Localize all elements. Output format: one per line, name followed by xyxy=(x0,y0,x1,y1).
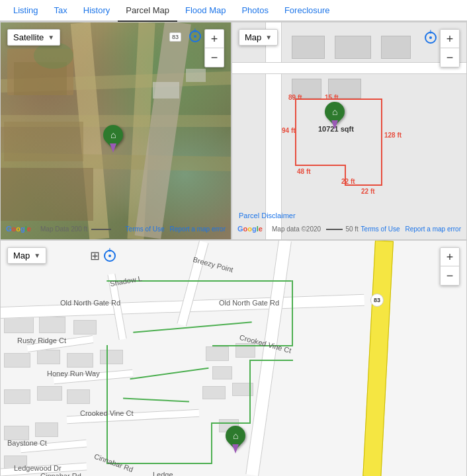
measure-top: 15 ft xyxy=(325,94,339,101)
satellite-zoom-in[interactable]: + xyxy=(205,30,224,48)
flood-dropdown-arrow: ▼ xyxy=(34,252,40,259)
satellite-terms-link[interactable]: Terms of Use xyxy=(126,225,165,233)
parcel-type-label: Map xyxy=(245,32,261,42)
flood-map[interactable]: 83 Old North Gate Rd Old North Gate Rd R… xyxy=(0,240,467,476)
tab-photos[interactable]: Photos xyxy=(234,0,276,22)
parcel-type-selector[interactable]: Map ▼ xyxy=(239,29,278,46)
flood-street-old-north-gate-2: Old North Gate Rd xyxy=(219,299,279,307)
flood-street-baystone: Baystone Ct xyxy=(7,439,47,447)
navigation-tabs: Listing Tax History Parcel Map Flood Map… xyxy=(0,0,467,22)
tab-flood-map[interactable]: Flood Map xyxy=(177,0,234,22)
tab-parcel-map[interactable]: Parcel Map xyxy=(118,0,177,22)
measure-bottom-left: 48 ft xyxy=(297,168,311,175)
flood-type-selector[interactable]: Map ▼ xyxy=(7,247,46,264)
measure-left: 94 ft xyxy=(282,127,296,134)
parcel-map-data: Map data ©2020 50 ft xyxy=(272,225,359,233)
tab-foreclosure[interactable]: Foreclosure xyxy=(276,0,338,22)
measure-bottom-right: 22 ft xyxy=(361,188,375,195)
flood-gps-icon[interactable] xyxy=(104,250,116,262)
measure-width: 89 ft xyxy=(288,94,302,101)
maps-top-row: 83 Satellite ▼ + − ⌂ xyxy=(0,22,467,240)
satellite-zoom-out[interactable]: − xyxy=(205,48,224,67)
maps-container: 83 Satellite ▼ + − ⌂ xyxy=(0,22,467,476)
parcel-terms-link[interactable]: Terms of Use xyxy=(361,225,400,233)
parcel-google-attr: Google xyxy=(237,225,263,233)
parcel-google-logo: Google xyxy=(237,225,263,233)
satellite-google-logo: Google xyxy=(6,225,31,233)
parcel-zoom-out[interactable]: − xyxy=(441,48,459,67)
satellite-property-marker: ⌂ xyxy=(103,125,123,153)
satellite-report-link[interactable]: Report a map error xyxy=(170,225,226,233)
flood-street-crooked-vine: Crooked Vine Ct xyxy=(80,409,134,417)
tab-history[interactable]: History xyxy=(75,0,118,22)
flood-icons-container: ⊞ xyxy=(90,249,116,263)
flood-marker-pin xyxy=(232,444,239,454)
flood-house-icon: ⌂ xyxy=(233,430,238,441)
flood-layers-icon[interactable]: ⊞ xyxy=(90,249,100,263)
parcel-dropdown-arrow: ▼ xyxy=(265,34,272,41)
satellite-type-label: Satellite xyxy=(13,32,44,42)
parcel-disclaimer[interactable]: Parcel Disclaimer xyxy=(239,212,296,219)
tab-tax[interactable]: Tax xyxy=(46,0,75,22)
satellite-zoom-controls: + − xyxy=(204,29,224,67)
measure-right: 128 ft xyxy=(384,132,402,139)
flood-street-ledge: Ledge xyxy=(153,471,173,476)
flood-zoom-out[interactable]: − xyxy=(441,266,459,285)
parcel-marker-pin xyxy=(331,120,338,130)
parcel-map-terms: Terms of Use Report a map error xyxy=(361,225,461,233)
measure-bottom-far: 22 ft xyxy=(341,178,355,185)
parcel-gps-icon[interactable] xyxy=(425,32,437,44)
parcel-house-icon: ⌂ xyxy=(332,106,337,117)
flood-type-label: Map xyxy=(13,251,30,260)
tab-listing[interactable]: Listing xyxy=(5,0,46,22)
parcel-report-link[interactable]: Report a map error xyxy=(405,225,461,233)
satellite-dropdown-arrow: ▼ xyxy=(48,34,54,41)
flood-street-cinnabar-rd: Cinnabar Rd xyxy=(40,472,81,476)
flood-street-old-north-gate-1: Old North Gate Rd xyxy=(60,299,120,307)
flood-zoom-controls: + − xyxy=(440,247,460,286)
parcel-gps-container xyxy=(425,32,437,46)
satellite-google-attr: Google xyxy=(6,225,31,233)
satellite-house-icon: ⌂ xyxy=(110,130,116,140)
satellite-marker-pin xyxy=(110,143,116,153)
satellite-map-terms: Terms of Use Report a map error xyxy=(126,225,226,233)
flood-property-marker: ⌂ xyxy=(226,426,245,454)
parcel-property-marker: ⌂ xyxy=(325,102,345,130)
satellite-map[interactable]: 83 Satellite ▼ + − ⌂ xyxy=(0,22,232,240)
flood-street-ledgewood: Ledgewood Dr xyxy=(14,464,62,472)
parcel-map[interactable]: 15 ft 128 ft 48 ft 22 ft 22 ft 94 ft 89 … xyxy=(232,22,467,240)
satellite-type-selector[interactable]: Satellite ▼ xyxy=(7,29,60,46)
parcel-zoom-in[interactable]: + xyxy=(441,30,459,48)
flood-street-honey-run: Honey Run Way xyxy=(47,370,100,377)
satellite-gps-container xyxy=(189,30,201,42)
satellite-gps-icon[interactable] xyxy=(189,30,201,42)
satellite-map-data: Map Data 200 ft xyxy=(40,225,113,233)
parcel-zoom-controls: + − xyxy=(440,29,460,67)
flood-street-rusty-ridge: Rusty Ridge Ct xyxy=(17,337,66,344)
flood-zoom-in[interactable]: + xyxy=(441,248,459,266)
